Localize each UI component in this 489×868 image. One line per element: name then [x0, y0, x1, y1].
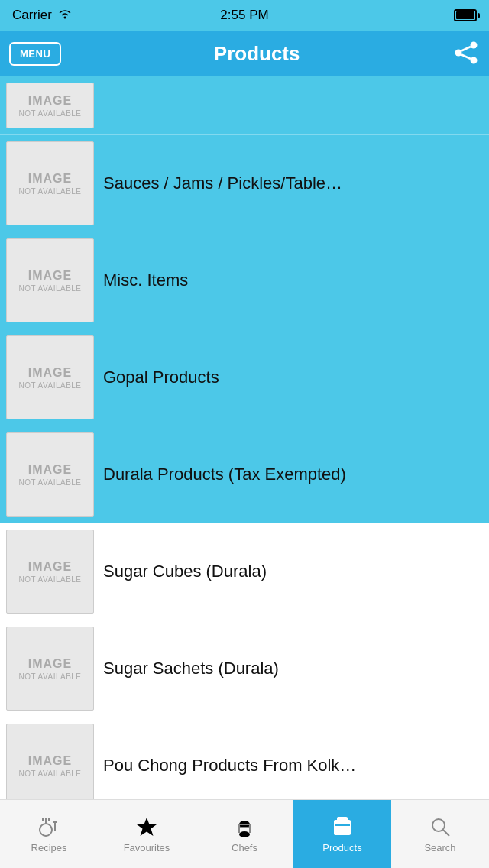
status-bar: Carrier 2:55 PM: [0, 0, 489, 31]
svg-line-3: [461, 47, 471, 51]
menu-button[interactable]: MENU: [9, 42, 61, 66]
item-label: Pou Chong Products From Kolk…: [103, 756, 489, 776]
search-icon: [428, 815, 452, 839]
share-button[interactable]: [452, 39, 480, 69]
svg-point-20: [432, 819, 445, 831]
tab-bar: Recipes Favourites Chefs Products: [0, 799, 489, 868]
item-label: Gopal Products: [103, 368, 489, 387]
svg-point-0: [471, 41, 478, 48]
svg-line-4: [461, 54, 471, 59]
svg-point-1: [455, 49, 462, 56]
tab-chefs[interactable]: Chefs: [196, 800, 293, 868]
battery-icon: [454, 9, 477, 21]
products-icon: [330, 815, 355, 839]
header: MENU Products: [0, 31, 489, 76]
carrier-text: Carrier: [12, 8, 52, 23]
item-image: IMAGE NOT AVAILABLE: [6, 238, 94, 322]
tab-recipes[interactable]: Recipes: [0, 800, 98, 868]
svg-point-2: [471, 57, 478, 63]
tab-products-label: Products: [322, 842, 361, 853]
svg-point-5: [40, 824, 52, 836]
product-list: IMAGE NOT AVAILABLE IMAGE NOT AVAILABLE …: [0, 76, 489, 799]
share-icon: [452, 39, 480, 66]
item-label: Sugar Cubes (Durala): [103, 562, 489, 581]
list-item[interactable]: IMAGE NOT AVAILABLE Sugar Cubes (Durala): [0, 523, 489, 620]
tab-favourites-label: Favourites: [124, 842, 170, 853]
tab-search[interactable]: Search: [391, 800, 489, 868]
svg-point-14: [239, 831, 250, 837]
list-item[interactable]: IMAGE NOT AVAILABLE Misc. Items: [0, 232, 489, 329]
page-title: Products: [214, 42, 300, 66]
tab-recipes-label: Recipes: [31, 842, 67, 853]
item-image: IMAGE NOT AVAILABLE: [6, 627, 94, 711]
item-image: IMAGE NOT AVAILABLE: [6, 335, 94, 419]
list-item[interactable]: IMAGE NOT AVAILABLE Sauces / Jams / Pick…: [0, 135, 489, 232]
recipes-icon: [37, 815, 61, 839]
list-item[interactable]: IMAGE NOT AVAILABLE: [0, 76, 489, 135]
item-image: IMAGE NOT AVAILABLE: [6, 141, 94, 225]
item-image: IMAGE NOT AVAILABLE: [6, 432, 94, 517]
chefs-icon: [232, 815, 257, 839]
star-icon: [134, 815, 159, 839]
tab-search-label: Search: [424, 842, 455, 853]
item-label: Sugar Sachets (Durala): [103, 659, 489, 679]
list-item[interactable]: IMAGE NOT AVAILABLE Pou Chong Products F…: [0, 717, 489, 799]
svg-rect-18: [338, 818, 347, 822]
tab-chefs-label: Chefs: [232, 842, 257, 853]
tab-products[interactable]: Products: [293, 800, 391, 868]
svg-line-21: [443, 830, 449, 836]
svg-marker-11: [137, 818, 157, 836]
item-image: IMAGE NOT AVAILABLE: [6, 530, 94, 614]
item-label: Durala Products (Tax Exempted): [103, 465, 489, 484]
item-label: Sauces / Jams / Pickles/Table…: [103, 173, 489, 193]
item-label: Misc. Items: [103, 270, 489, 290]
list-item[interactable]: IMAGE NOT AVAILABLE Gopal Products: [0, 329, 489, 426]
list-item[interactable]: IMAGE NOT AVAILABLE Durala Products (Tax…: [0, 426, 489, 523]
wifi-icon: [58, 8, 72, 23]
item-image: IMAGE NOT AVAILABLE: [6, 83, 94, 128]
list-item[interactable]: IMAGE NOT AVAILABLE Sugar Sachets (Dural…: [0, 620, 489, 717]
tab-favourites[interactable]: Favourites: [98, 800, 196, 868]
item-image: IMAGE NOT AVAILABLE: [6, 724, 94, 799]
status-time: 2:55 PM: [220, 8, 268, 23]
